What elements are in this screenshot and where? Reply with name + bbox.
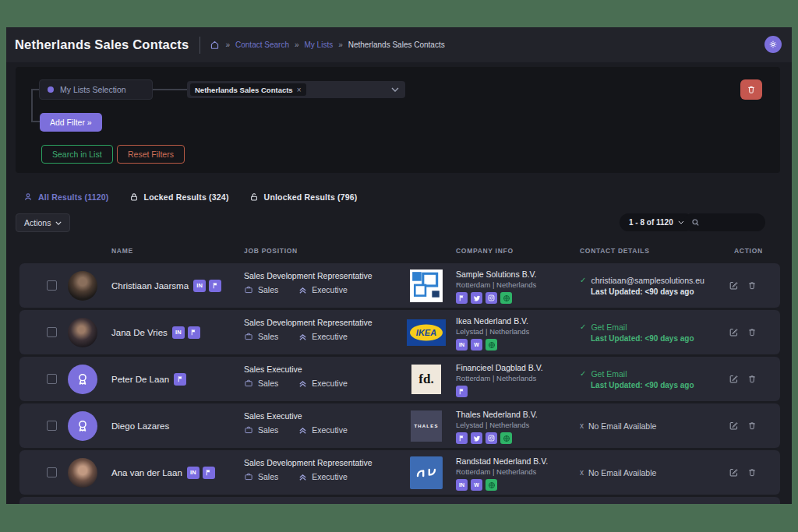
contact-details: xNo Email Available bbox=[580, 403, 732, 448]
row-checkbox[interactable] bbox=[47, 280, 57, 291]
ikea-logo: IKEA bbox=[406, 315, 447, 349]
instagram-icon[interactable] bbox=[486, 432, 497, 444]
row-checkbox[interactable] bbox=[47, 374, 57, 384]
flag-icon[interactable] bbox=[203, 467, 215, 479]
edit-icon[interactable] bbox=[729, 421, 739, 431]
delete-icon[interactable] bbox=[747, 421, 757, 431]
home-icon[interactable] bbox=[210, 40, 220, 50]
flag-icon[interactable] bbox=[456, 292, 468, 304]
job-title: Sales Development Representative bbox=[244, 458, 404, 467]
briefcase-icon bbox=[244, 379, 253, 388]
name-badges bbox=[174, 373, 186, 386]
delete-icon[interactable] bbox=[747, 467, 757, 477]
list-select-dropdown[interactable]: Netherlands Sales Contacts × bbox=[187, 81, 405, 98]
filter-connector-line bbox=[31, 121, 40, 122]
edit-icon[interactable] bbox=[729, 280, 739, 291]
reset-filters-button[interactable]: Reset Filters bbox=[117, 145, 185, 164]
delete-icon[interactable] bbox=[747, 374, 757, 384]
flag-icon[interactable] bbox=[456, 432, 468, 444]
instagram-icon[interactable] bbox=[486, 292, 497, 304]
twitter-icon[interactable] bbox=[471, 432, 482, 444]
company-location: Rotterdam | Netherlands bbox=[456, 374, 573, 382]
contact-name: Diego Lazares bbox=[111, 421, 169, 431]
job-title: Sales Development Representative bbox=[244, 318, 404, 327]
search-icon bbox=[691, 218, 700, 227]
column-header-contact-details: CONTACT DETAILS bbox=[580, 247, 650, 255]
delete-filter-button[interactable] bbox=[740, 79, 762, 100]
flag-icon[interactable] bbox=[188, 326, 200, 339]
w-badge-icon[interactable]: W bbox=[471, 479, 482, 491]
tab-label: Unlocked Results (796) bbox=[264, 192, 358, 202]
website-icon[interactable] bbox=[500, 292, 512, 304]
briefcase-icon bbox=[244, 285, 253, 294]
seniority-icon bbox=[298, 426, 307, 435]
search-in-list-button[interactable]: Search in List bbox=[41, 145, 113, 164]
table-row: Jana De Vries IN Sales Development Repre… bbox=[19, 310, 780, 354]
check-icon: ✓ bbox=[580, 276, 586, 284]
medal-avatar bbox=[68, 365, 97, 394]
remove-tag-icon[interactable]: × bbox=[297, 86, 302, 94]
w-badge-icon[interactable]: W bbox=[471, 339, 482, 351]
table-search-input[interactable] bbox=[683, 213, 765, 231]
job-seniority: Executive bbox=[312, 472, 348, 481]
linkedin-icon[interactable]: IN bbox=[456, 479, 468, 491]
get-email-link[interactable]: Get Email bbox=[591, 369, 627, 379]
flag-icon[interactable] bbox=[174, 373, 186, 386]
x-icon: x bbox=[580, 468, 584, 477]
tab-all-results[interactable]: All Results (1120) bbox=[23, 192, 109, 202]
edit-icon[interactable] bbox=[729, 374, 739, 384]
company-name: Ikea Nederland B.V. bbox=[456, 316, 573, 326]
avatar bbox=[68, 271, 97, 301]
app-window: Netherlands Sales Contacts » Contact Sea… bbox=[6, 27, 792, 504]
app-header: Netherlands Sales Contacts » Contact Sea… bbox=[6, 27, 792, 62]
row-checkbox[interactable] bbox=[47, 421, 57, 431]
edit-icon[interactable] bbox=[729, 327, 739, 337]
breadcrumb: » Contact Search » My Lists » Netherland… bbox=[210, 40, 444, 50]
company-socials: INW bbox=[456, 479, 573, 491]
website-icon[interactable] bbox=[486, 479, 497, 491]
tab-label: All Results (1120) bbox=[38, 192, 109, 202]
delete-icon[interactable] bbox=[747, 280, 757, 291]
breadcrumb-my-lists[interactable]: My Lists bbox=[305, 41, 334, 49]
edit-icon[interactable] bbox=[729, 467, 739, 477]
tab-unlocked-results[interactable]: Unlocked Results (796) bbox=[249, 192, 358, 202]
get-email-link[interactable]: Get Email bbox=[591, 322, 627, 332]
twitter-icon[interactable] bbox=[471, 292, 482, 304]
linkedin-icon[interactable]: IN bbox=[187, 467, 200, 479]
add-filter-button[interactable]: Add Filter » bbox=[40, 113, 102, 132]
my-lists-selection-filter[interactable]: My Lists Selection bbox=[39, 79, 153, 100]
linkedin-icon[interactable]: IN bbox=[172, 326, 185, 339]
job-department: Sales bbox=[258, 379, 278, 388]
actions-dropdown[interactable]: Actions bbox=[16, 213, 70, 232]
last-updated-label: Last Updated: <90 days ago bbox=[591, 334, 732, 343]
website-icon[interactable] bbox=[500, 432, 512, 444]
flag-icon[interactable] bbox=[456, 386, 468, 397]
job-title: Sales Development Representative bbox=[244, 271, 404, 280]
breadcrumb-separator: » bbox=[295, 41, 299, 49]
linkedin-icon[interactable]: IN bbox=[193, 280, 206, 292]
column-header-job-position: JOB POSITION bbox=[244, 247, 298, 255]
seniority-icon bbox=[298, 333, 307, 341]
check-icon: ✓ bbox=[580, 369, 586, 378]
settings-button[interactable] bbox=[764, 36, 782, 53]
row-checkbox[interactable] bbox=[47, 327, 57, 337]
linkedin-icon[interactable]: IN bbox=[456, 339, 468, 351]
job-department: Sales bbox=[258, 285, 278, 294]
job-department: Sales bbox=[258, 332, 278, 341]
company-name: Thales Nederland B.V. bbox=[456, 410, 573, 419]
website-icon[interactable] bbox=[486, 339, 497, 351]
randstad-logo bbox=[406, 456, 447, 489]
breadcrumb-separator: » bbox=[225, 41, 230, 49]
pagination-dropdown[interactable]: 1 - 8 of 1120 bbox=[620, 213, 694, 231]
row-checkbox[interactable] bbox=[47, 467, 57, 477]
flag-icon[interactable] bbox=[209, 280, 221, 292]
delete-icon[interactable] bbox=[747, 327, 757, 337]
tab-locked-results[interactable]: Locked Results (324) bbox=[129, 192, 229, 202]
last-updated-label: Last Updated: <90 days ago bbox=[591, 381, 732, 389]
results-tabs: All Results (1120) Locked Results (324) … bbox=[23, 192, 358, 202]
job-title: Sales Executive bbox=[244, 411, 404, 421]
tab-label: Locked Results (324) bbox=[144, 192, 229, 202]
filter-connector-line bbox=[31, 89, 39, 90]
breadcrumb-contact-search[interactable]: Contact Search bbox=[235, 41, 289, 49]
sample-solutions-logo bbox=[406, 269, 447, 302]
